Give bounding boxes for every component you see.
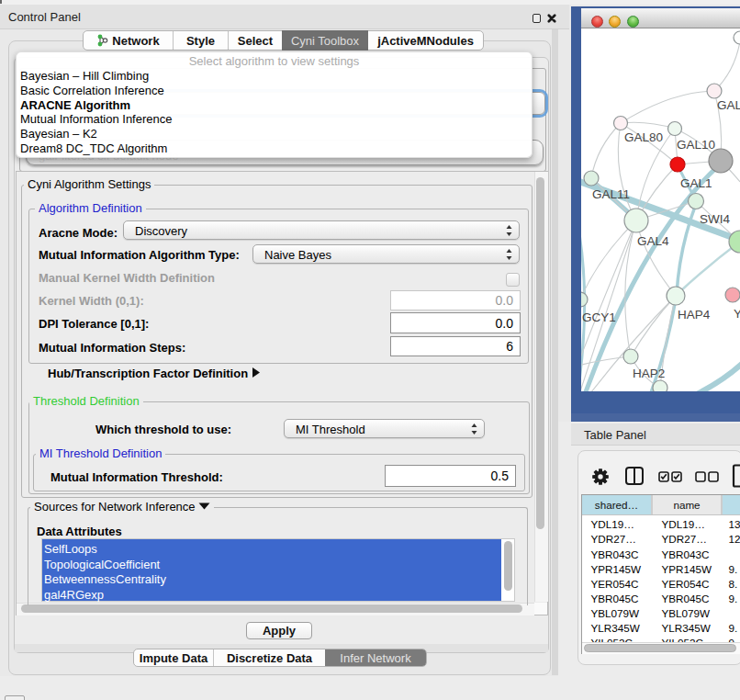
svg-text:GAL1: GAL1 (680, 176, 712, 190)
svg-text:HAP4: HAP4 (678, 308, 711, 322)
svg-text:GAL7: GAL7 (717, 98, 740, 112)
svg-text:HAP2: HAP2 (633, 367, 665, 380)
svg-text:GAL10: GAL10 (677, 138, 715, 152)
svg-text:GCY1: GCY1 (582, 310, 616, 324)
svg-text:Y: Y (734, 307, 740, 321)
svg-text:GAL4: GAL4 (637, 234, 669, 248)
svg-text:GAL80: GAL80 (624, 130, 663, 144)
svg-text:GAL11: GAL11 (592, 187, 630, 201)
svg-text:SWI4: SWI4 (700, 212, 730, 226)
